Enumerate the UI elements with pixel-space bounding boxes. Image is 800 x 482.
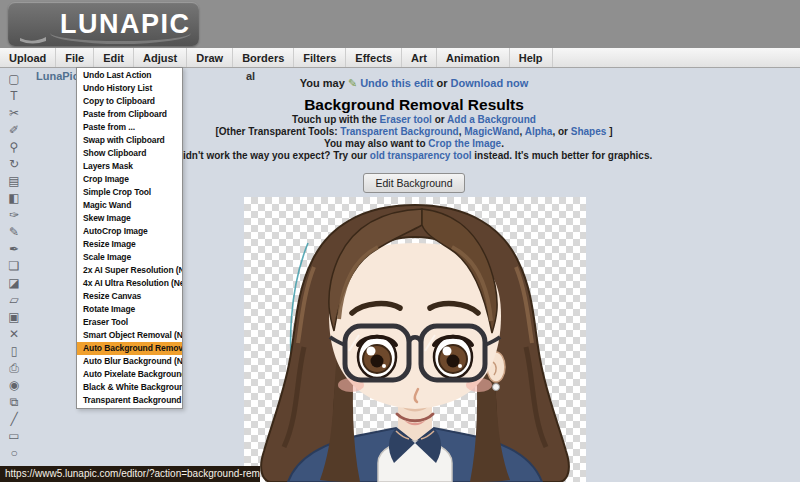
touch-up-or: or	[432, 114, 447, 125]
edit-menu-item[interactable]: Undo Last Action	[77, 69, 182, 82]
new-document-icon[interactable]: ▯	[11, 343, 18, 360]
delete-icon[interactable]: ✕	[9, 326, 19, 343]
transparent-background-link[interactable]: Transparent Background	[340, 126, 458, 137]
menu-draw[interactable]: Draw	[187, 48, 233, 67]
eraser-tool-link[interactable]: Eraser tool	[380, 114, 432, 125]
rectangle-tool-icon[interactable]: ▭	[8, 428, 19, 445]
edit-menu-item[interactable]: Crop Image	[77, 173, 182, 186]
text-tool-icon[interactable]: T	[10, 88, 17, 105]
open-folder-icon[interactable]: ▱	[9, 292, 18, 309]
result-image	[244, 197, 586, 482]
menu-filters[interactable]: Filters	[294, 48, 346, 67]
menu-adjust[interactable]: Adjust	[134, 48, 187, 67]
download-now-link[interactable]: Download now	[451, 77, 529, 89]
edit-menu-item[interactable]: 2x AI Super Resolution (New!)	[77, 264, 182, 277]
undo-this-edit-link[interactable]: Undo this edit	[360, 77, 433, 89]
edit-menu-item[interactable]: Copy to Clipboard	[77, 95, 182, 108]
advice-suffix: instead. It's much better for graphics.	[472, 150, 653, 161]
pencil-icon[interactable]: ✎	[9, 224, 19, 241]
crop-the-image-link[interactable]: Crop the Image	[428, 138, 501, 149]
topline-prefix: You may	[300, 77, 348, 89]
touch-up-text: Touch up with the	[292, 114, 380, 125]
lasso-icon[interactable]: ✐	[9, 122, 19, 139]
advice-text: Didn't work the way you expect? Try our	[176, 150, 370, 161]
edit-menu-item[interactable]: Paste from Clipboard	[77, 108, 182, 121]
edit-menu-item[interactable]: Transparent Background	[77, 394, 182, 407]
edit-menu-item[interactable]: Swap with Clipboard	[77, 134, 182, 147]
edit-menu-item[interactable]: Simple Crop Tool	[77, 186, 182, 199]
menu-file[interactable]: File	[56, 48, 94, 67]
top-banner: LUNAPIC	[0, 0, 800, 48]
edit-background-button[interactable]: Edit Background	[363, 173, 464, 193]
print-icon[interactable]: ⎙	[9, 360, 19, 377]
crop-period: .	[501, 138, 504, 149]
zoom-icon[interactable]: ⚲	[10, 139, 19, 156]
edit-menu-item[interactable]: Rotate Image	[77, 303, 182, 316]
menubar: UploadFileEditAdjustDrawBordersFiltersEf…	[0, 48, 800, 68]
camera-icon[interactable]: ◉	[9, 377, 19, 394]
edit-menu-item[interactable]: Resize Canvas	[77, 290, 182, 303]
edit-menu-item[interactable]: Undo History List	[77, 82, 182, 95]
menu-upload[interactable]: Upload	[0, 48, 56, 67]
alpha-link[interactable]: Alpha	[525, 126, 553, 137]
eraser-icon[interactable]: ◪	[8, 275, 19, 292]
copy-icon[interactable]: ⧉	[10, 394, 19, 411]
toolbar: ▢T✂✐⚲↻▤◧✑✎✒❏◪▱▣✕▯⎙◉⧉╱▭○↩	[0, 68, 28, 482]
menu-effects[interactable]: Effects	[346, 48, 402, 67]
eyedropper-icon[interactable]: ✑	[9, 207, 19, 224]
edit-menu-item[interactable]: Black & White Background (New!)	[77, 381, 182, 394]
status-bar-url: https://www5.lunapic.com/editor/?action=…	[0, 466, 260, 482]
clone-stamp-icon[interactable]: ❏	[9, 258, 20, 275]
edit-dropdown: Undo Last ActionUndo History ListCopy to…	[76, 67, 183, 409]
magicwand-link[interactable]: MagicWand	[464, 126, 519, 137]
lunapic-logo[interactable]: LUNAPIC	[8, 2, 199, 46]
topline-or: or	[433, 77, 450, 89]
other-tools-text: [Other Transparent Tools:	[216, 126, 341, 137]
edit-menu-item[interactable]: Auto Pixelate Background (New!)	[77, 368, 182, 381]
line-tool-icon[interactable]: ╱	[10, 411, 17, 428]
edit-menu-item[interactable]: Smart Object Removal (New!)	[77, 329, 182, 342]
edit-menu-item[interactable]: Skew Image	[77, 212, 182, 225]
pencil-edit-icon: ✎	[348, 77, 360, 89]
menu-edit[interactable]: Edit	[94, 48, 134, 67]
paint-bucket-icon[interactable]: ◧	[8, 190, 19, 207]
scissors-icon[interactable]: ✂	[9, 105, 19, 122]
ellipse-tool-icon[interactable]: ○	[10, 445, 17, 462]
menu-art[interactable]: Art	[402, 48, 437, 67]
edit-menu-item[interactable]: 4x AI Ultra Resolution (New!)	[77, 277, 182, 290]
logo-swoosh	[50, 22, 191, 44]
result-image-canvas[interactable]	[244, 197, 586, 482]
save-icon[interactable]: ▣	[8, 309, 19, 326]
edit-menu-item[interactable]: Scale Image	[77, 251, 182, 264]
edit-menu-item[interactable]: Show Clipboard	[77, 147, 182, 160]
crop-text: You may also want to	[324, 138, 428, 149]
menu-help[interactable]: Help	[510, 48, 553, 67]
edit-menu-item[interactable]: AutoCrop Image	[77, 225, 182, 238]
sep-3: , or	[552, 126, 570, 137]
bracket-close: ]	[606, 126, 612, 137]
crescent-moon-icon	[12, 4, 52, 44]
edit-menu-item[interactable]: Resize Image	[77, 238, 182, 251]
rotate-icon[interactable]: ↻	[9, 156, 19, 173]
shapes-link[interactable]: Shapes	[571, 126, 607, 137]
old-transparency-tool-link[interactable]: old transparency tool	[370, 150, 472, 161]
edit-menu-item[interactable]: Paste from ...	[77, 121, 182, 134]
edit-menu-item[interactable]: Eraser Tool	[77, 316, 182, 329]
edit-menu-item[interactable]: Auto Background Removal (New!)	[77, 342, 182, 355]
edit-menu-item[interactable]: Auto Blur Background (New!)	[77, 355, 182, 368]
menu-animation[interactable]: Animation	[437, 48, 510, 67]
edit-menu-item[interactable]: Magic Wand	[77, 199, 182, 212]
edit-menu-item[interactable]: Layers Mask	[77, 160, 182, 173]
menu-borders[interactable]: Borders	[233, 48, 294, 67]
select-rectangle-icon[interactable]: ▢	[8, 71, 19, 88]
add-background-link[interactable]: Add a Background	[447, 114, 536, 125]
gradient-icon[interactable]: ▤	[8, 173, 19, 190]
brush-icon[interactable]: ✒	[9, 241, 19, 258]
